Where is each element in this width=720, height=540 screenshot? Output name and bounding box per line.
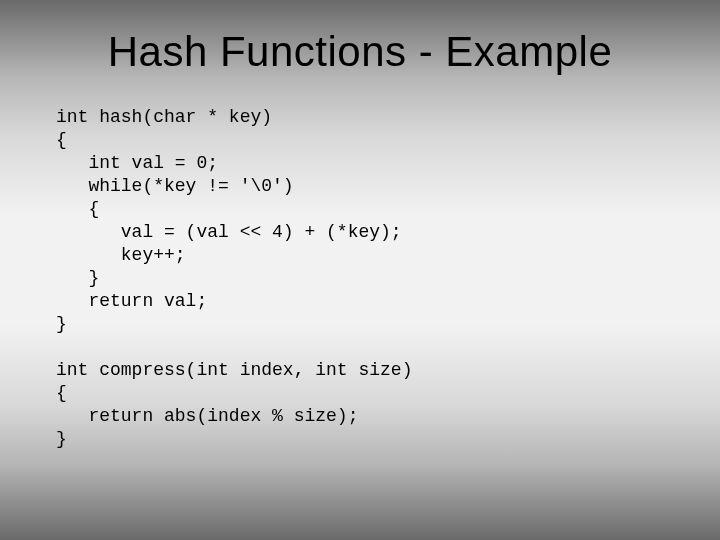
slide-title: Hash Functions - Example [0,0,720,106]
code-example: int hash(char * key) { int val = 0; whil… [0,106,720,451]
